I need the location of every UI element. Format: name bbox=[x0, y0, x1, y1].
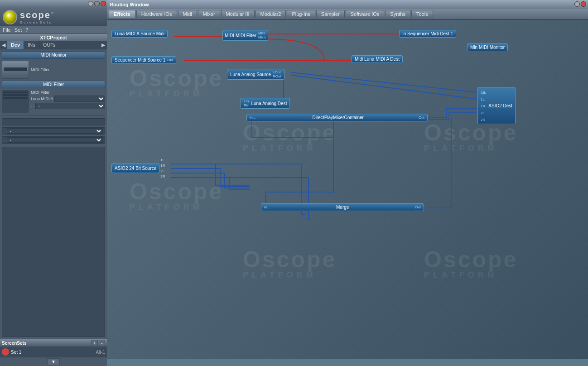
device-area-2: MIDI Filter Luna MIDI A - - - - bbox=[2, 90, 105, 113]
control-row-1: MIDI Filter - bbox=[31, 67, 105, 72]
merge-port-out: Out bbox=[415, 205, 421, 209]
luna-analog-dest-node[interactable]: LIn RIn Luna Analog Dest bbox=[241, 98, 290, 109]
tab-software-ios[interactable]: Software IOs bbox=[346, 10, 385, 18]
close-button[interactable] bbox=[101, 1, 106, 6]
sequencer-midi-source-node[interactable]: Sequencer Midi Source 1 Out bbox=[111, 56, 176, 64]
device-area-1: MIDI Filter - bbox=[2, 61, 105, 79]
seq-port-out: Out bbox=[167, 58, 173, 62]
scope-brand: scope bbox=[20, 10, 51, 20]
tab-modular3[interactable]: Modular III bbox=[221, 10, 255, 18]
extra-select[interactable]: - bbox=[35, 103, 105, 109]
tab-effects[interactable]: Effects bbox=[109, 10, 135, 18]
tab-ins[interactable]: INs bbox=[24, 41, 39, 49]
device-thumbnail-1 bbox=[2, 61, 29, 79]
asio2-24bit-inner: ASIO2 24 Bit Source 1L 1R 2L 2R bbox=[111, 158, 165, 178]
scope-logo-circle bbox=[3, 10, 17, 24]
src-port-1l: 1L bbox=[160, 158, 165, 162]
luna-analog-source-label: Luna Analog Source bbox=[230, 72, 271, 77]
luna-analog-source-node[interactable]: Luna Analog Source LOut ROut bbox=[227, 69, 284, 80]
main-minimize-btn[interactable] bbox=[574, 1, 580, 7]
dest-2r-row: 2R bbox=[481, 116, 512, 122]
midi-luna-dest-node[interactable]: Midi Luna MIDI A Dest bbox=[352, 55, 403, 63]
merge-label: Merge bbox=[336, 205, 349, 210]
tab-dev[interactable]: Dev bbox=[7, 41, 24, 49]
src-port-1r: 1R bbox=[160, 164, 165, 168]
panel-content: MIDI Monitor MIDI Filter - MIDI Filter bbox=[0, 49, 107, 339]
menu-file[interactable]: File bbox=[3, 27, 11, 33]
scope-tm: ™ bbox=[51, 12, 54, 15]
control-luna-row: Luna MIDI A - bbox=[31, 96, 105, 102]
device-controls-2: MIDI Filter Luna MIDI A - - - - bbox=[31, 90, 105, 109]
direct-play-label: DirectPlayMixerContainer bbox=[313, 115, 364, 120]
src-port-2r: 2R bbox=[160, 174, 165, 178]
midi-filter-node[interactable]: MIDI MIDI Filter MFil MInv bbox=[222, 30, 268, 41]
min-midi-monitor-node[interactable]: Min MIDI Monitor bbox=[467, 43, 508, 51]
bottom-scroll-btn[interactable]: ▼ bbox=[47, 358, 60, 365]
tab-tools[interactable]: Tools bbox=[411, 10, 433, 18]
screensets-remove-btn[interactable]: - bbox=[99, 340, 105, 346]
scope-logo-text: scope ™ ScreenSets bbox=[20, 10, 54, 24]
separator-1 bbox=[2, 116, 105, 116]
asio2-dest-name: ASIO2 Dest bbox=[488, 103, 512, 108]
mixer-port-in1: In... bbox=[250, 116, 255, 120]
small-select[interactable]: - bbox=[7, 128, 103, 134]
tab-outs[interactable]: OUTs bbox=[39, 41, 60, 49]
screensets-bar: ScreenSets + - bbox=[0, 339, 107, 347]
luna-analog-dest-label: Luna Analog Dest bbox=[251, 101, 287, 106]
empty-dash-1: - bbox=[2, 119, 5, 125]
luna-midi-select[interactable]: - bbox=[54, 96, 105, 102]
routing-bg bbox=[107, 20, 588, 359]
minimize-button[interactable] bbox=[88, 1, 93, 6]
port-lout: LOut bbox=[273, 70, 281, 74]
port-minv: MInv bbox=[258, 35, 266, 39]
tab-plugins[interactable]: Plug-Ins bbox=[287, 10, 315, 18]
scope-logo: scope ™ ScreenSets bbox=[0, 8, 107, 26]
tab-scroll-arrow[interactable]: ▶ bbox=[100, 41, 107, 49]
menu-set[interactable]: Set bbox=[14, 27, 22, 33]
asio2-24bit-label: ASIO2 24 Bit Source bbox=[111, 164, 159, 173]
maximize-button[interactable] bbox=[94, 1, 100, 6]
in-sequencer-dest-node[interactable]: In Sequencer Midi Dest 1 bbox=[399, 30, 456, 38]
control-filter-label: MIDI Filter bbox=[31, 90, 53, 95]
tab-hardware-ios[interactable]: Hardware IOs bbox=[136, 10, 177, 18]
tab-sampler[interactable]: Sampler bbox=[316, 10, 345, 18]
analog-source-ports: LOut ROut bbox=[273, 70, 281, 78]
merge-node[interactable]: In... Merge Out bbox=[261, 203, 424, 211]
dash-2: - bbox=[33, 104, 34, 108]
midi-filter-inner: MIDI MIDI Filter MFil MInv bbox=[225, 31, 266, 39]
asio2-24bit-ports: 1L 1R 2L 2R bbox=[160, 158, 165, 178]
control-filter-row: MIDI Filter bbox=[31, 90, 105, 95]
tab-modular2[interactable]: Modular2 bbox=[255, 10, 286, 18]
merge-out-ports: Out bbox=[415, 205, 421, 209]
small-select-2[interactable]: - bbox=[7, 137, 103, 143]
dash-1: - bbox=[31, 104, 32, 108]
screensets-label: ScreenSets bbox=[2, 341, 26, 346]
min-midi-monitor-label: Min MIDI Monitor bbox=[470, 45, 505, 50]
project-title: XTCProject bbox=[0, 34, 107, 41]
asio2-24bit-source-node[interactable]: ASIO2 24 Bit Source 1L 1R 2L 2R bbox=[111, 158, 165, 178]
tab-synths[interactable]: Synths bbox=[385, 10, 410, 18]
luna-midi-source-node[interactable]: Luna MIDI A Source Midi bbox=[111, 30, 168, 38]
large-empty-area bbox=[2, 147, 105, 337]
port-rout: ROut bbox=[273, 74, 281, 78]
tab-left-arrow[interactable]: ◀ bbox=[0, 41, 7, 49]
menu-help[interactable]: ? bbox=[25, 27, 28, 33]
dest-2l-row: 2L bbox=[481, 110, 512, 115]
main-close-btn[interactable] bbox=[581, 1, 586, 7]
platform-label: ScreenSets bbox=[20, 20, 54, 24]
left-panel: scope ™ ScreenSets File Set ? XTCProject… bbox=[0, 0, 107, 366]
mixer-in-ports: In... bbox=[250, 116, 255, 120]
tab-midi[interactable]: Midi bbox=[178, 10, 197, 18]
control-dash-1: - bbox=[54, 67, 56, 72]
main-title-bar: Routing Window bbox=[107, 0, 588, 9]
screensets-add-btn[interactable]: + bbox=[92, 340, 98, 346]
control-dash-row: - - - bbox=[31, 103, 105, 109]
main-win-controls bbox=[574, 1, 586, 7]
direct-play-mixer-node[interactable]: In... DirectPlayMixerContainer Out bbox=[246, 114, 428, 121]
tab-mixer[interactable]: Mixer bbox=[198, 10, 220, 18]
screensets-content: Set 1 Alt-1 bbox=[0, 347, 107, 357]
tab-bar: Effects Hardware IOs Midi Mixer Modular … bbox=[107, 9, 588, 20]
scope-name: scope ™ bbox=[20, 10, 54, 20]
left-title-bar bbox=[0, 0, 107, 8]
asio2-dest-block[interactable]: Clk 1L 1R ASIO2 Dest 2L 2R bbox=[477, 87, 516, 124]
